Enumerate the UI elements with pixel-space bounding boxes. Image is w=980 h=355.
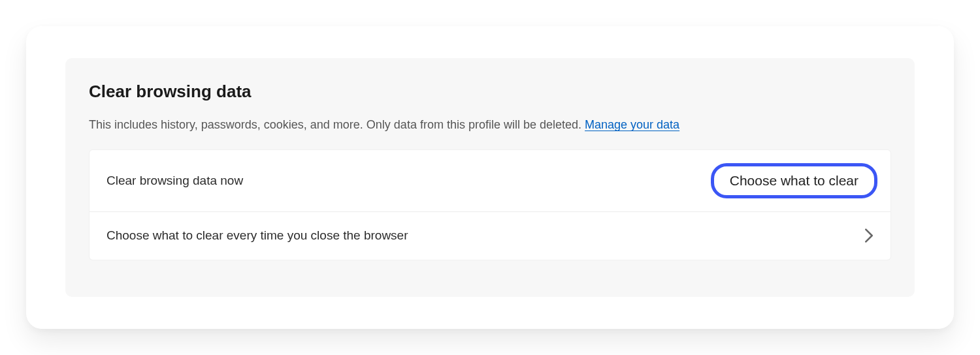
section-title: Clear browsing data: [89, 82, 891, 102]
description-text: This includes history, passwords, cookie…: [89, 118, 585, 131]
section-description: This includes history, passwords, cookie…: [89, 116, 891, 134]
row-label: Clear browsing data now: [106, 174, 243, 188]
row-label: Choose what to clear every time you clos…: [106, 228, 408, 243]
clear-on-close-row[interactable]: Choose what to clear every time you clos…: [90, 211, 890, 260]
chevron-right-icon: [864, 228, 874, 243]
outer-card: Clear browsing data This includes histor…: [26, 26, 954, 329]
choose-what-to-clear-button[interactable]: Choose what to clear: [711, 163, 877, 198]
clear-browsing-data-panel: Clear browsing data This includes histor…: [65, 58, 915, 296]
manage-your-data-link[interactable]: Manage your data: [585, 118, 679, 131]
settings-list: Clear browsing data now Choose what to c…: [89, 149, 891, 260]
clear-browsing-data-now-row: Clear browsing data now Choose what to c…: [90, 150, 890, 211]
